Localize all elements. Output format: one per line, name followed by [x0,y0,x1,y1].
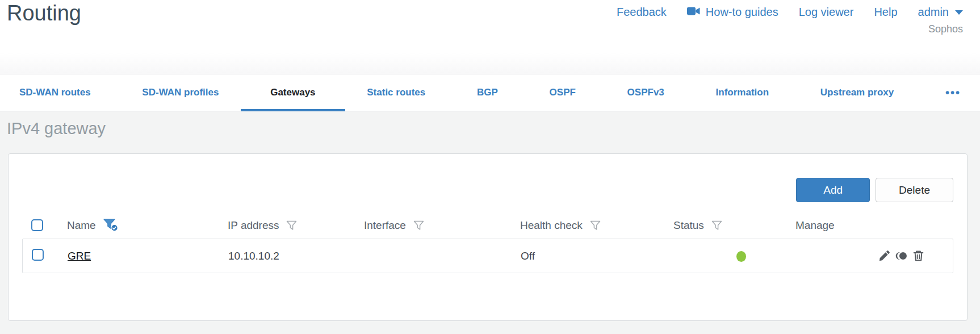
admin-label: admin [918,6,949,19]
tab-gateways[interactable]: Gateways [270,74,315,111]
brand-label: Sophos [617,23,963,35]
delete-button[interactable]: Delete [876,178,953,202]
help-link[interactable]: Help [874,6,897,19]
column-label-status: Status [673,219,704,232]
column-header-status: Status [665,219,787,232]
column-label-ip-address: IP address [228,219,279,232]
column-header-name: Name [58,219,219,232]
header-nav: Feedback How-to guides Log viewer Help a… [617,6,963,19]
tab-information[interactable]: Information [716,74,769,111]
page-title: Routing [7,1,81,74]
feedback-link[interactable]: Feedback [617,6,667,19]
log-viewer-link[interactable]: Log viewer [799,6,854,19]
ellipsis-icon: ••• [945,86,961,99]
column-label-manage: Manage [795,219,835,232]
ipv4-gateway-card: Add Delete Name [8,153,968,321]
tab-upstream-proxy[interactable]: Upstream proxy [820,74,894,111]
trash-icon[interactable] [912,250,924,262]
select-all-checkbox[interactable] [31,219,43,231]
column-header-health-check: Health check [512,219,665,232]
row-checkbox[interactable] [32,249,44,261]
ip-address-filter-icon[interactable] [286,220,297,231]
manage-cell [788,250,953,262]
header-right: Feedback How-to guides Log viewer Help a… [617,0,963,74]
name-cell: GRE [59,250,220,262]
tab-sd-wan-routes[interactable]: SD-WAN routes [19,74,91,111]
table-row: GRE 10.10.10.2 Off [22,239,953,273]
chevron-down-icon [955,10,963,15]
page-header: Routing Feedback How-to guides Log viewe… [0,0,980,74]
column-label-name: Name [67,219,96,232]
tab-ospf[interactable]: OSPF [550,74,576,111]
routing-page: Routing Feedback How-to guides Log viewe… [0,0,980,321]
edit-pencil-icon[interactable] [878,250,890,262]
clone-icon[interactable] [895,250,907,262]
tab-bgp[interactable]: BGP [477,74,498,111]
column-header-interface: Interface [355,219,512,232]
column-label-interface: Interface [364,219,406,232]
health-check-cell: Off [512,250,665,262]
status-cell [665,250,788,262]
tab-more[interactable]: ••• [945,74,961,111]
tab-ospfv3[interactable]: OSPFv3 [627,74,664,111]
status-filter-icon[interactable] [711,220,722,231]
section-heading: IPv4 gateway [7,119,980,138]
tab-sd-wan-profiles[interactable]: SD-WAN profiles [142,74,219,111]
gateway-name-link[interactable]: GRE [68,250,91,262]
tab-bar: SD-WAN routes SD-WAN profiles Gateways S… [0,74,980,111]
tab-static-routes[interactable]: Static routes [367,74,425,111]
table-header: Name IP address [22,212,953,239]
video-camera-icon [687,6,701,19]
column-header-ip-address: IP address [219,219,355,232]
column-header-manage: Manage [787,219,953,232]
howto-guides-label: How-to guides [706,6,778,19]
howto-guides-link[interactable]: How-to guides [687,6,778,19]
ip-address-cell: 10.10.10.2 [220,250,356,262]
admin-menu[interactable]: admin [918,6,963,19]
column-label-health-check: Health check [520,219,583,232]
status-dot [736,251,746,262]
health-check-filter-icon[interactable] [590,220,601,231]
table-actions: Add Delete [22,154,953,202]
name-filter-active-icon[interactable] [103,219,119,232]
content-area: IPv4 gateway Add Delete Name [0,119,980,321]
interface-filter-icon[interactable] [413,220,424,231]
row-select-cell [23,249,59,264]
add-button[interactable]: Add [796,178,870,202]
select-all-cell [22,219,58,231]
